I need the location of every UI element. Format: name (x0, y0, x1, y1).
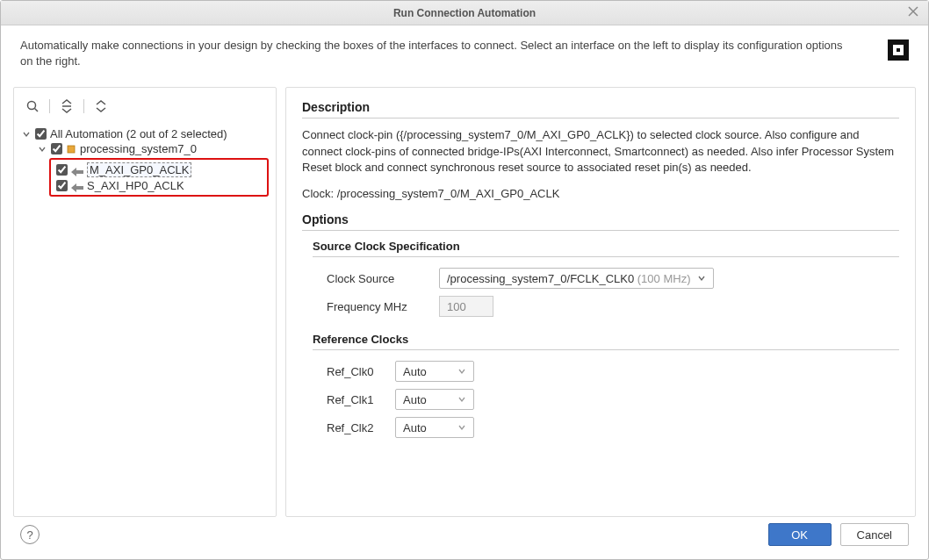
tree-root-row[interactable]: All Automation (2 out of 2 selected) (21, 126, 269, 141)
tree-pin1-label: M_AXI_GP0_ACLK (87, 162, 191, 177)
refclk2-dropdown[interactable]: Auto (395, 417, 474, 438)
help-icon[interactable]: ? (20, 525, 40, 544)
chevron-down-icon (457, 393, 466, 406)
refclk0-row: Ref_Clk0 Auto (327, 361, 899, 382)
root-checkbox[interactable] (35, 128, 47, 140)
clock-pin-icon (71, 182, 83, 190)
chevron-down-icon (457, 421, 466, 434)
tree-pin2-row[interactable]: S_AXI_HP0_ACLK (51, 178, 263, 193)
frequency-label: Frequency MHz (327, 300, 423, 313)
chevron-down-icon[interactable] (37, 145, 47, 154)
svg-marker-8 (71, 183, 83, 192)
device-checkbox[interactable] (51, 143, 62, 154)
automation-tree: All Automation (2 out of 2 selected) pro… (21, 123, 269, 197)
tree-device-label: processing_system7_0 (80, 142, 197, 155)
chevron-down-icon[interactable] (21, 130, 32, 139)
description-body: Connect clock-pin ({/processing_system7_… (302, 127, 899, 176)
pin1-checkbox[interactable] (56, 164, 68, 176)
dialog-window: Run Connection Automation Automatically … (0, 0, 929, 560)
amd-logo-icon (888, 39, 909, 61)
window-title: Run Connection Automation (393, 7, 536, 19)
svg-rect-2 (888, 39, 909, 61)
source-spec-heading: Source Clock Specification (313, 240, 899, 257)
reference-clocks-section: Reference Clocks Ref_Clk0 Auto Ref_Clk1 … (302, 333, 899, 438)
cancel-button[interactable]: Cancel (840, 523, 909, 546)
close-icon[interactable] (907, 5, 921, 19)
source-clock-section: Source Clock Specification Clock Source … (302, 240, 899, 317)
refclk1-label: Ref_Clk1 (327, 393, 379, 406)
refclk0-dropdown[interactable]: Auto (395, 361, 474, 382)
frequency-row: Frequency MHz (327, 296, 899, 317)
details-panel: Description Connect clock-pin ({/process… (285, 87, 916, 517)
collapse-all-icon[interactable] (57, 97, 76, 116)
refclk0-label: Ref_Clk0 (327, 365, 379, 378)
refclk1-value: Auto (403, 393, 450, 406)
svg-marker-7 (71, 168, 83, 176)
chevron-down-icon (697, 272, 706, 285)
options-heading: Options (302, 212, 899, 231)
tree-device-row[interactable]: processing_system7_0 (21, 141, 269, 156)
reference-clocks-heading: Reference Clocks (313, 333, 899, 350)
tree-toolbar (21, 95, 269, 123)
frequency-input (439, 296, 493, 317)
expand-all-icon[interactable] (91, 97, 111, 116)
main-area: All Automation (2 out of 2 selected) pro… (1, 78, 928, 521)
clock-source-value: /processing_system7_0/FCLK_CLK0 (100 MHz… (447, 272, 690, 285)
chevron-down-icon (457, 365, 466, 378)
refclk1-dropdown[interactable]: Auto (395, 389, 474, 410)
tree-root-label: All Automation (2 out of 2 selected) (50, 127, 227, 140)
footer: ? OK Cancel (1, 521, 928, 559)
clock-source-row: Clock Source /processing_system7_0/FCLK_… (327, 268, 899, 289)
refclk0-value: Auto (403, 365, 450, 378)
refclk2-row: Ref_Clk2 Auto (327, 417, 899, 438)
highlight-box: M_AXI_GP0_ACLK S_AXI_HP0_ACLK (49, 158, 269, 197)
description-heading: Description (302, 100, 899, 118)
tree-pin1-row[interactable]: M_AXI_GP0_ACLK (51, 162, 263, 178)
svg-rect-6 (68, 146, 75, 153)
toolbar-separator (49, 99, 50, 113)
refclk2-value: Auto (403, 421, 450, 434)
titlebar: Run Connection Automation (1, 1, 928, 25)
clock-source-dropdown[interactable]: /processing_system7_0/FCLK_CLK0 (100 MHz… (439, 268, 714, 289)
description-clock-line: Clock: /processing_system7_0/M_AXI_GP0_A… (302, 186, 899, 202)
refclk2-label: Ref_Clk2 (327, 421, 379, 434)
ok-button[interactable]: OK (768, 523, 832, 546)
svg-point-3 (28, 102, 36, 110)
tree-panel: All Automation (2 out of 2 selected) pro… (13, 87, 277, 517)
tree-pin2-label: S_AXI_HP0_ACLK (87, 179, 184, 192)
intro-text: Automatically make connections in your d… (20, 38, 846, 69)
clock-source-label: Clock Source (327, 272, 423, 285)
refclk1-row: Ref_Clk1 Auto (327, 389, 899, 410)
pin2-checkbox[interactable] (56, 180, 68, 191)
ip-block-icon (66, 144, 76, 154)
clock-pin-icon (71, 166, 83, 175)
svg-line-4 (35, 109, 39, 112)
search-icon[interactable] (23, 97, 42, 116)
intro-section: Automatically make connections in your d… (1, 25, 928, 78)
toolbar-separator (83, 99, 84, 113)
